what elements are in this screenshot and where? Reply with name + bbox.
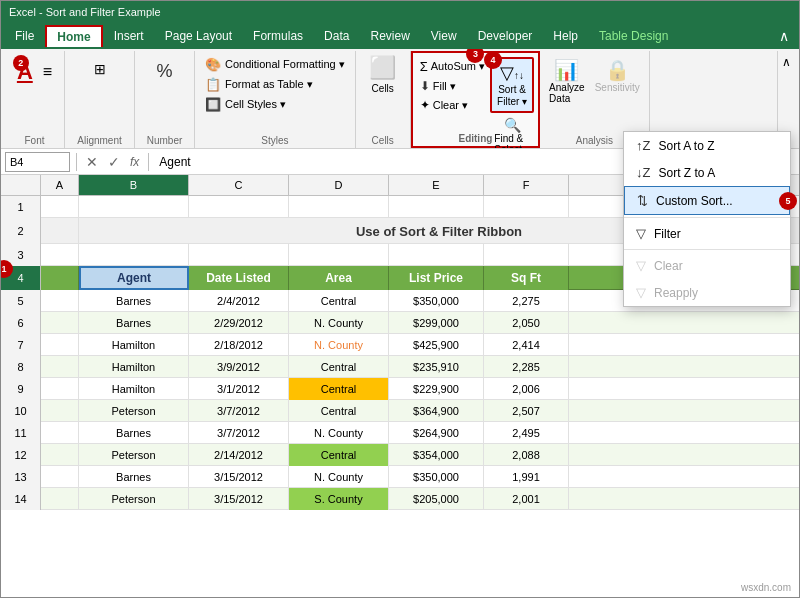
cell[interactable]: Barnes bbox=[79, 290, 189, 312]
cell[interactable] bbox=[41, 400, 79, 422]
menu-insert[interactable]: Insert bbox=[104, 26, 154, 46]
ribbon-expand-btn[interactable]: ∧ bbox=[778, 51, 795, 73]
dropdown-item-filter[interactable]: ▽ Filter bbox=[624, 220, 790, 247]
analyze-data-btn[interactable]: 📊 AnalyzeData bbox=[546, 55, 588, 107]
formula-fn-btn[interactable]: fx bbox=[127, 155, 142, 169]
cell[interactable] bbox=[41, 488, 79, 510]
cell[interactable]: Central bbox=[289, 356, 389, 378]
cell[interactable]: $350,000 bbox=[389, 466, 484, 488]
col-header-e[interactable]: E bbox=[389, 175, 484, 195]
cell[interactable]: N. County bbox=[289, 422, 389, 444]
cell-orange-bg[interactable]: Central bbox=[289, 378, 389, 400]
cell[interactable]: Peterson bbox=[79, 400, 189, 422]
cell[interactable]: 2,495 bbox=[484, 422, 569, 444]
row-header[interactable]: 12 bbox=[1, 444, 41, 466]
cell[interactable]: 2,050 bbox=[484, 312, 569, 334]
cell[interactable]: 2,507 bbox=[484, 400, 569, 422]
dropdown-item-sort-az[interactable]: ↑Z Sort A to Z bbox=[624, 132, 790, 159]
sensitivity-btn[interactable]: 🔒 Sensitivity bbox=[592, 55, 643, 107]
col-header-b[interactable]: B bbox=[79, 175, 189, 195]
row-header[interactable]: 8 bbox=[1, 356, 41, 378]
cell[interactable]: 2/14/2012 bbox=[189, 444, 289, 466]
cell[interactable]: 3/9/2012 bbox=[189, 356, 289, 378]
row-header[interactable]: 2 bbox=[1, 218, 41, 244]
alignment-button[interactable]: ≡ bbox=[39, 59, 56, 85]
menu-formulas[interactable]: Formulas bbox=[243, 26, 313, 46]
cell[interactable]: N. County bbox=[289, 466, 389, 488]
menu-view[interactable]: View bbox=[421, 26, 467, 46]
formula-cancel-btn[interactable]: ✕ bbox=[83, 154, 101, 170]
cell[interactable]: 2,414 bbox=[484, 334, 569, 356]
cell[interactable] bbox=[484, 196, 569, 218]
cell[interactable] bbox=[389, 244, 484, 266]
cell[interactable] bbox=[41, 244, 79, 266]
cell[interactable] bbox=[79, 196, 189, 218]
dropdown-item-clear[interactable]: ▽ Clear bbox=[624, 252, 790, 279]
cell[interactable]: N. County bbox=[289, 312, 389, 334]
cell[interactable]: Central bbox=[289, 400, 389, 422]
cells-btn[interactable]: ⬜ Cells bbox=[365, 51, 400, 98]
cell[interactable]: 3/15/2012 bbox=[189, 488, 289, 510]
dropdown-item-custom-sort[interactable]: ⇅ Custom Sort... 5 bbox=[624, 186, 790, 215]
menu-help[interactable]: Help bbox=[543, 26, 588, 46]
cell[interactable]: 2/29/2012 bbox=[189, 312, 289, 334]
cell[interactable] bbox=[289, 196, 389, 218]
cell[interactable] bbox=[41, 422, 79, 444]
cell[interactable] bbox=[484, 244, 569, 266]
cell[interactable]: Barnes bbox=[79, 466, 189, 488]
cell[interactable]: Barnes bbox=[79, 422, 189, 444]
cell-price-header[interactable]: List Price bbox=[389, 266, 484, 290]
cell[interactable] bbox=[41, 290, 79, 312]
cell[interactable]: $350,000 bbox=[389, 290, 484, 312]
cell[interactable]: Peterson bbox=[79, 488, 189, 510]
cell-agent-header[interactable]: Agent bbox=[79, 266, 189, 290]
cell-sqft-header[interactable]: Sq Ft bbox=[484, 266, 569, 290]
cell-green-bg2[interactable]: S. County bbox=[289, 488, 389, 510]
sort-filter-btn[interactable]: ▽↑↓ Sort &Filter ▾ 4 bbox=[490, 57, 534, 113]
cell[interactable]: 3/1/2012 bbox=[189, 378, 289, 400]
cell-orange-text[interactable]: N. County bbox=[289, 334, 389, 356]
cell[interactable] bbox=[41, 444, 79, 466]
cell-reference[interactable]: B4 bbox=[5, 152, 70, 172]
cell[interactable] bbox=[189, 244, 289, 266]
col-header-c[interactable]: C bbox=[189, 175, 289, 195]
ribbon-collapse-btn[interactable]: ∧ bbox=[773, 25, 795, 47]
cell[interactable]: 2,088 bbox=[484, 444, 569, 466]
cell[interactable]: $264,900 bbox=[389, 422, 484, 444]
row-header[interactable]: 9 bbox=[1, 378, 41, 400]
cell[interactable]: 2,285 bbox=[484, 356, 569, 378]
cell[interactable]: $364,900 bbox=[389, 400, 484, 422]
menu-developer[interactable]: Developer bbox=[468, 26, 543, 46]
cell[interactable]: $235,910 bbox=[389, 356, 484, 378]
cell[interactable]: $229,900 bbox=[389, 378, 484, 400]
cell[interactable]: Barnes bbox=[79, 312, 189, 334]
cell[interactable]: 3/7/2012 bbox=[189, 400, 289, 422]
cell[interactable] bbox=[41, 356, 79, 378]
row-header[interactable]: 1 bbox=[1, 196, 41, 218]
cell[interactable] bbox=[289, 244, 389, 266]
cell[interactable]: 2,275 bbox=[484, 290, 569, 312]
cell[interactable]: 3/7/2012 bbox=[189, 422, 289, 444]
row-header-selected[interactable]: 4 1 bbox=[1, 266, 41, 290]
cell[interactable]: Hamilton bbox=[79, 356, 189, 378]
menu-page-layout[interactable]: Page Layout bbox=[155, 26, 242, 46]
cell[interactable] bbox=[41, 466, 79, 488]
cell[interactable] bbox=[189, 196, 289, 218]
cell[interactable]: $425,900 bbox=[389, 334, 484, 356]
cell[interactable]: 2/18/2012 bbox=[189, 334, 289, 356]
cell-date-header[interactable]: Date Listed bbox=[189, 266, 289, 290]
cell-styles-btn[interactable]: 🔲 Cell Styles ▾ bbox=[201, 95, 349, 114]
cell[interactable]: 2,001 bbox=[484, 488, 569, 510]
cell[interactable]: 2,006 bbox=[484, 378, 569, 400]
cell[interactable]: $354,000 bbox=[389, 444, 484, 466]
cell[interactable] bbox=[41, 266, 79, 290]
cell[interactable]: 2/4/2012 bbox=[189, 290, 289, 312]
dropdown-item-sort-za[interactable]: ↓Z Sort Z to A bbox=[624, 159, 790, 186]
font-button[interactable]: A 2 bbox=[13, 55, 37, 89]
cell[interactable]: 3/15/2012 bbox=[189, 466, 289, 488]
row-header[interactable]: 5 bbox=[1, 290, 41, 312]
row-header[interactable]: 14 bbox=[1, 488, 41, 510]
cell[interactable] bbox=[41, 378, 79, 400]
cell[interactable]: Peterson bbox=[79, 444, 189, 466]
cell[interactable] bbox=[41, 312, 79, 334]
